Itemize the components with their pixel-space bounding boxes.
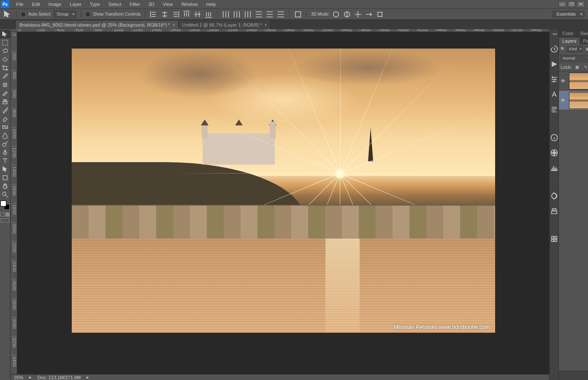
3d-pan-icon[interactable]	[354, 10, 362, 19]
align-hcenter-icon[interactable]	[160, 10, 169, 19]
info-panel-icon[interactable]	[550, 134, 558, 141]
crop-tool[interactable]	[0, 64, 10, 72]
screen-mode-toggle[interactable]	[1, 218, 9, 223]
document-canvas[interactable]: Miroslav Petrasko www.hdrshooter.com	[17, 32, 549, 374]
menu-help[interactable]: Help	[202, 1, 220, 8]
menu-select[interactable]: Select	[104, 1, 126, 8]
menu-file[interactable]: File	[12, 1, 28, 8]
layer-thumbnail[interactable]	[569, 73, 588, 90]
character-panel-icon[interactable]	[550, 91, 558, 98]
filter-kind-select[interactable]: Kind	[567, 46, 583, 52]
tab-close-icon[interactable]: ×	[173, 23, 175, 27]
distribute-h-icon[interactable]	[222, 10, 230, 19]
distribute-v2-icon[interactable]	[266, 10, 274, 19]
shape-tool[interactable]	[0, 174, 10, 182]
clone-source-icon[interactable]	[550, 207, 558, 215]
tab-close-icon[interactable]: ×	[265, 23, 267, 27]
healing-brush-tool[interactable]	[0, 81, 10, 89]
doc-size[interactable]: Doc: 113.1M/271.8M	[38, 375, 81, 380]
move-tool[interactable]	[0, 30, 10, 38]
paragraph-panel-icon[interactable]	[550, 106, 558, 114]
menu-3d[interactable]: 3D	[144, 1, 159, 8]
history-brush-tool[interactable]	[0, 106, 10, 114]
3d-roll-icon[interactable]	[343, 10, 351, 19]
eyedropper-tool[interactable]	[0, 72, 10, 81]
align-bottom-icon[interactable]	[204, 10, 213, 19]
document-tab-active[interactable]: Bratislava-IMG_8092-blend-oloneo.psd @ 2…	[16, 21, 179, 29]
align-left-icon[interactable]	[149, 10, 158, 19]
horizontal-ruler[interactable]: 0200400600800100012001400160018002000220…	[11, 29, 549, 32]
distribute-h3-icon[interactable]	[244, 10, 252, 19]
workspace-selector[interactable]: Essentials	[553, 11, 585, 17]
align-vcenter-icon[interactable]	[193, 10, 202, 19]
lasso-tool[interactable]	[0, 47, 10, 55]
marquee-tool[interactable]	[0, 38, 10, 47]
layer-row[interactable]: 👁 Layer 1	[559, 71, 588, 91]
zoom-level[interactable]: 25%	[14, 375, 23, 380]
tab-swatches[interactable]: Swatches	[577, 30, 588, 37]
eraser-tool[interactable]	[0, 114, 10, 123]
status-arrow-icon[interactable]: ▸	[87, 375, 89, 380]
menu-window[interactable]: Window	[177, 1, 202, 8]
auto-select-checkbox[interactable]	[21, 12, 26, 17]
clone-stamp-tool[interactable]	[0, 98, 10, 106]
properties-panel-icon[interactable]	[550, 76, 558, 83]
quick-mask-toggle[interactable]	[0, 212, 10, 217]
auto-select-target[interactable]: Group	[54, 11, 76, 18]
menu-layer[interactable]: Layer	[65, 1, 86, 8]
filter-pixel-icon[interactable]: ▦	[585, 46, 588, 52]
tab-color[interactable]: Color	[559, 30, 577, 37]
hand-tool[interactable]	[0, 182, 10, 190]
actions-panel-icon[interactable]	[550, 60, 558, 68]
pen-tool[interactable]	[0, 148, 10, 157]
align-top-icon[interactable]	[182, 10, 191, 19]
visibility-toggle-icon[interactable]: 👁	[561, 78, 566, 84]
distribute-v3-icon[interactable]	[276, 10, 285, 19]
svg-rect-0	[295, 11, 301, 17]
tab-paths[interactable]: Paths	[580, 38, 588, 44]
3d-orbit-icon[interactable]	[332, 10, 340, 19]
navigator-panel-icon[interactable]	[550, 149, 558, 157]
dodge-tool[interactable]	[0, 140, 10, 148]
vertical-ruler[interactable]: 0200400600800100012001400160018002000220…	[11, 32, 17, 374]
close-button[interactable]: ✕	[577, 1, 585, 7]
menu-image[interactable]: Image	[44, 1, 66, 8]
lock-image-icon[interactable]: ✎	[583, 64, 588, 70]
distribute-h2-icon[interactable]	[233, 10, 241, 19]
blur-tool[interactable]	[0, 131, 10, 140]
zoom-tool[interactable]	[0, 190, 10, 199]
auto-align-icon[interactable]	[294, 10, 302, 19]
path-select-tool[interactable]	[0, 165, 10, 174]
color-swatch[interactable]	[0, 201, 10, 210]
distribute-v-icon[interactable]	[255, 10, 263, 19]
3d-slide-icon[interactable]	[365, 10, 373, 19]
visibility-toggle-icon[interactable]: 👁	[561, 98, 566, 103]
align-right-icon[interactable]	[171, 10, 180, 19]
menu-type[interactable]: Type	[86, 1, 104, 8]
document-tab-inactive[interactable]: Untitled-1 @ 66.7% (Layer 1, RGB/8) * ×	[179, 21, 271, 29]
layer-thumbnail[interactable]	[569, 92, 588, 109]
brush-presets-icon[interactable]	[550, 192, 558, 200]
layer-row[interactable]: 👁 Background 🔒	[559, 91, 588, 110]
quick-select-tool[interactable]	[0, 55, 10, 64]
show-transform-checkbox[interactable]	[85, 12, 90, 17]
brush-panel-icon[interactable]	[550, 235, 558, 243]
menu-edit[interactable]: Edit	[28, 1, 44, 8]
gradient-tool[interactable]	[0, 123, 10, 131]
3d-scale-icon[interactable]	[376, 10, 384, 19]
minimize-button[interactable]: —	[558, 1, 566, 7]
status-arrow-icon[interactable]: ▸	[29, 375, 32, 380]
history-panel-icon[interactable]	[550, 45, 558, 53]
menu-filter[interactable]: Filter	[125, 1, 144, 8]
blend-mode-select[interactable]: Normal	[561, 55, 588, 61]
tab-layers[interactable]: Layers	[559, 38, 580, 44]
lock-transparency-icon[interactable]: ▦	[574, 64, 580, 70]
foreground-color[interactable]	[0, 201, 6, 206]
expand-panels-icon[interactable]: ◂◂	[553, 32, 558, 36]
histogram-panel-icon[interactable]	[550, 164, 558, 172]
menu-view[interactable]: View	[159, 1, 177, 8]
move-tool-icon[interactable]	[3, 10, 12, 19]
maximize-button[interactable]: ❐	[568, 1, 575, 7]
brush-tool[interactable]	[0, 89, 10, 98]
type-tool[interactable]	[0, 157, 10, 165]
